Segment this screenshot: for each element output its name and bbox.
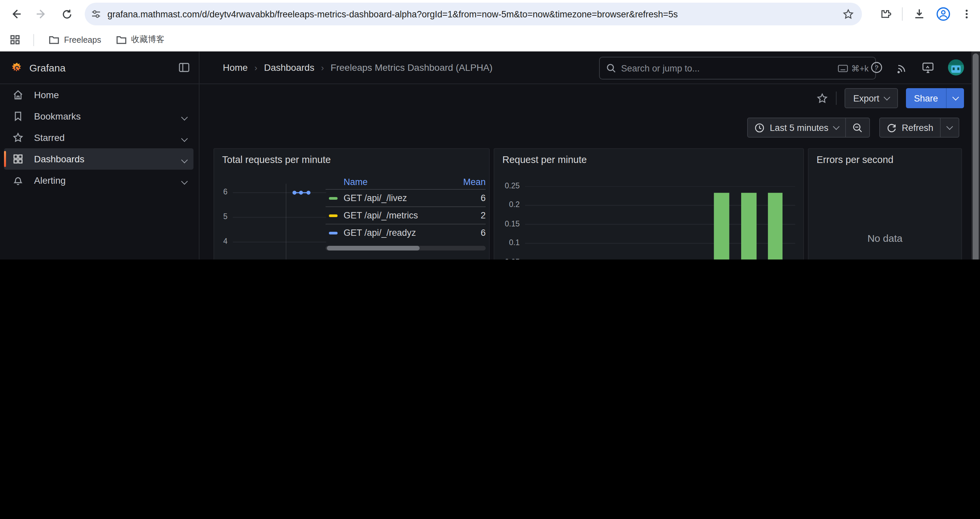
refresh-icon: [886, 123, 896, 133]
header-icons: ?: [870, 51, 964, 83]
sidebar-item-alerting[interactable]: Alerting: [4, 170, 194, 191]
sidebar-item-label: Dashboards: [34, 153, 84, 164]
back-button[interactable]: [7, 5, 25, 23]
panel-errors-per-second: Errors per second No data: [808, 148, 962, 260]
panel-title[interactable]: Errors per second: [816, 154, 894, 165]
reload-button[interactable]: [57, 5, 76, 23]
breadcrumb-current: Freeleaps Metrics Dashboard (ALPHA): [331, 62, 493, 73]
grafana-header-left: Grafana: [0, 51, 199, 83]
data-point: [299, 191, 303, 195]
search-input[interactable]: Search or jump to... ⌘+k: [599, 57, 876, 80]
search-shortcut: ⌘+k: [838, 63, 869, 73]
keyboard-icon: [838, 64, 848, 72]
refresh-group: Refresh: [879, 118, 959, 137]
bar-chart[interactable]: [525, 186, 795, 260]
export-button[interactable]: Export: [845, 88, 898, 108]
sidebar-item-bookmarks[interactable]: Bookmarks: [4, 105, 194, 127]
chevron-down-icon[interactable]: [182, 174, 187, 186]
timeseries-chart[interactable]: [233, 184, 326, 260]
legend-scrollbar[interactable]: [326, 246, 486, 251]
time-range-picker[interactable]: Last 5 minutes: [748, 118, 845, 137]
grafana-brand[interactable]: Grafana: [29, 62, 65, 73]
zoom-out-button[interactable]: [845, 118, 869, 137]
bookmark-icon: [13, 111, 23, 121]
plot-canvas: [525, 186, 795, 260]
share-button[interactable]: Share: [906, 88, 946, 108]
home-icon: [13, 89, 23, 100]
chevron-down-icon[interactable]: [182, 132, 187, 144]
chevron-down-icon[interactable]: [182, 110, 187, 122]
y-axis-tick-label: 5: [214, 213, 228, 221]
svg-text:?: ?: [875, 64, 878, 71]
sidebar-item-label: Starred: [34, 132, 65, 143]
bookmark-folder-blogs[interactable]: 收藏博客: [116, 34, 164, 45]
url-text[interactable]: grafana.mathmast.com/d/deytv4rwavabkb/fr…: [107, 9, 837, 19]
refresh-button[interactable]: Refresh: [880, 118, 940, 137]
bookmark-folder-freeleaps[interactable]: Freeleaps: [49, 35, 101, 45]
bookmarks-bar: Freeleaps 收藏博客: [0, 28, 980, 51]
y-axis-tick-label: 0.15: [494, 220, 520, 228]
sidebar-item-starred[interactable]: Starred: [4, 127, 194, 148]
legend-table: NameMeanGET /api/_/livez6GET /api/_/metr…: [326, 174, 486, 251]
bookmark-label: 收藏博客: [131, 34, 164, 45]
dashboard-content: Export Share Last 5 minutes: [199, 83, 980, 260]
news-rss-icon[interactable]: [897, 62, 908, 73]
toolbar-divider: [902, 7, 903, 21]
sidebar-item-dashboards[interactable]: Dashboards: [4, 148, 194, 170]
legend-swatch: [329, 214, 337, 217]
legend-value: 6: [445, 193, 486, 203]
legend-scrollbar-thumb[interactable]: [327, 246, 420, 251]
refresh-interval-button[interactable]: [940, 118, 959, 137]
zoom-out-icon: [852, 123, 862, 133]
grafana-logo[interactable]: [11, 62, 23, 73]
browser-chrome: grafana.mathmast.com/d/deytv4rwavabkb/fr…: [0, 0, 980, 51]
sidebar-item-home[interactable]: Home: [4, 84, 194, 105]
monitor-icon[interactable]: [922, 62, 934, 73]
browser-menu-icon[interactable]: [961, 9, 972, 19]
apps-grid-icon[interactable]: [5, 30, 24, 49]
vertical-scrollbar[interactable]: [971, 51, 980, 260]
y-axis-tick-label: 4: [214, 238, 228, 246]
share-menu-button[interactable]: [946, 88, 964, 108]
favorite-star-icon[interactable]: [816, 93, 828, 104]
downloads-icon[interactable]: [913, 8, 925, 20]
bar: [714, 193, 729, 260]
bookmark-star-icon[interactable]: [843, 8, 854, 20]
share-split-button: Share: [906, 88, 964, 108]
panel-title[interactable]: Total requests per minute: [222, 154, 331, 165]
help-icon[interactable]: ?: [870, 61, 883, 73]
legend-row[interactable]: GET /api/_/metrics2: [326, 206, 486, 224]
sidebar-item-label: Home: [34, 89, 59, 100]
time-range-group: Last 5 minutes: [747, 118, 870, 137]
y-axis-tick-label: 6: [214, 188, 228, 196]
bar: [741, 193, 757, 260]
breadcrumb-dashboards[interactable]: Dashboards: [264, 62, 314, 73]
search-icon: [606, 64, 616, 73]
site-settings-icon[interactable]: [85, 9, 107, 19]
chevron-down-icon[interactable]: [182, 153, 187, 165]
address-bar[interactable]: grafana.mathmast.com/d/deytv4rwavabkb/fr…: [85, 3, 862, 26]
sidebar-toggle-icon[interactable]: [179, 63, 189, 72]
avatar-detail: [953, 67, 955, 70]
scrollbar-thumb[interactable]: [973, 53, 978, 260]
grafana-header: Grafana Home › Dashboards › Freeleaps Me…: [0, 51, 980, 84]
breadcrumb-separator: ›: [321, 62, 324, 72]
sidebar: Home Bookmarks Starred Dashboards Alerti: [0, 83, 199, 260]
breadcrumb: Home › Dashboards › Freeleaps Metrics Da…: [223, 51, 493, 83]
profile-icon[interactable]: [936, 7, 951, 21]
user-avatar[interactable]: [948, 59, 964, 75]
panel-title[interactable]: Request per minute: [502, 154, 587, 165]
folder-icon: [49, 35, 59, 45]
legend-column-header[interactable]: Name: [326, 177, 445, 187]
legend-row[interactable]: GET /api/_/livez6: [326, 189, 486, 206]
extensions-icon[interactable]: [879, 8, 891, 20]
chevron-down-icon: [946, 123, 953, 130]
bookmark-label: Freeleaps: [64, 35, 101, 45]
breadcrumb-home[interactable]: Home: [223, 62, 248, 73]
folder-icon: [116, 35, 126, 45]
legend-column-header[interactable]: Mean: [445, 177, 486, 187]
toolbar-divider: [836, 91, 837, 105]
legend-row[interactable]: GET /api/_/readyz6: [326, 224, 486, 241]
panel-total-requests-per-minute: Total requests per minute NameMeanGET /a…: [213, 148, 490, 260]
forward-button[interactable]: [32, 5, 51, 23]
